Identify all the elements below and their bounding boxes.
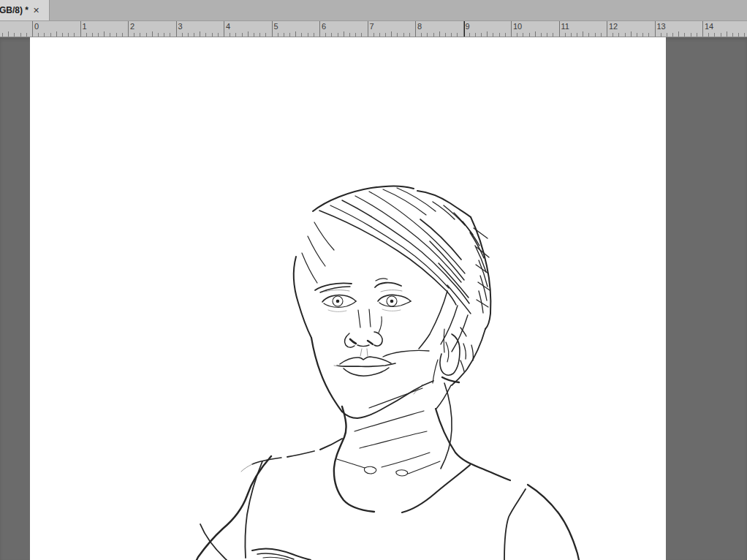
ruler-tick [92, 33, 93, 37]
ruler-number: 11 [561, 22, 569, 31]
ruler-tick [122, 33, 123, 37]
ruler-number: 3 [178, 22, 183, 31]
document-canvas[interactable] [30, 37, 666, 560]
ruler-tick [469, 33, 470, 37]
ruler-tick [559, 21, 560, 37]
ruler-tick [588, 33, 589, 37]
ruler-tick [14, 33, 15, 37]
ruler-tick [205, 33, 206, 37]
ruler-tick [38, 33, 39, 37]
ruler-tick [128, 21, 129, 37]
image-editor-window: GB/8) * ✕ 01234567891011121314 [0, 0, 747, 560]
ruler-tick [62, 33, 63, 37]
ruler-tick [684, 33, 685, 37]
ruler-tick [325, 33, 326, 37]
ruler-tick [451, 33, 452, 37]
ruler-tick [110, 33, 110, 37]
ruler-tick [368, 21, 368, 37]
ruler-number: 7 [370, 22, 374, 31]
ruler-tick [667, 33, 667, 37]
ruler-tick [361, 33, 362, 37]
ruler-tick [409, 33, 410, 37]
ruler[interactable]: 01234567891011121314 [0, 21, 747, 37]
ruler-tick [738, 33, 739, 37]
ruler-tick [289, 33, 290, 37]
ruler-tick [577, 33, 577, 37]
ruler-tick [26, 33, 27, 37]
ruler-tick [457, 33, 458, 37]
ruler-tick [182, 33, 183, 37]
ruler-tick [331, 33, 332, 37]
ruler-tick [158, 33, 159, 37]
ruler-tick [134, 33, 134, 37]
ruler-number: 0 [34, 22, 39, 31]
document-tab[interactable]: GB/8) * ✕ [0, 0, 50, 20]
ruler-number: 9 [466, 22, 470, 31]
ruler-tick [44, 33, 45, 37]
ruler-tick [487, 31, 488, 37]
ruler-tick [32, 21, 33, 37]
sketch-svg [30, 37, 666, 560]
ruler-tick [374, 33, 374, 37]
ruler-tick [379, 33, 380, 37]
ruler-tick [439, 31, 440, 37]
ruler-tick [218, 33, 219, 37]
ruler-tick [254, 33, 254, 37]
ruler-tick [265, 33, 266, 37]
ruler-tick [565, 33, 566, 37]
ruler-tick [535, 31, 536, 37]
ruler-tick [661, 33, 661, 37]
ruler-tick [98, 33, 99, 37]
ruler-tick [295, 31, 296, 37]
ruler-tick [391, 31, 392, 37]
ruler-tick [744, 33, 745, 37]
document-tab-label: GB/8) * [0, 5, 29, 15]
ruler-tick [278, 33, 278, 37]
ruler-number: 1 [83, 22, 87, 31]
ruler-tick [194, 33, 194, 37]
ruler-tick [301, 33, 302, 37]
ruler-tick [8, 31, 9, 37]
ruler-tick [427, 33, 428, 37]
ruler-tick [230, 33, 230, 37]
ruler-tick [355, 33, 356, 37]
ruler-tick [140, 33, 140, 37]
ruler-tick [152, 31, 153, 37]
ruler-tick [678, 31, 679, 37]
ruler-tick [529, 33, 530, 37]
ruler-tick [80, 21, 81, 37]
ruler-tick [732, 33, 733, 37]
ruler-tick [74, 33, 75, 37]
ruler-number: 13 [657, 22, 666, 31]
ruler-tick [648, 33, 649, 37]
ruler-tick [631, 31, 632, 37]
ruler-tick [319, 21, 320, 37]
ruler-tick [212, 33, 213, 37]
ruler-tick [242, 33, 243, 37]
tab-close-icon[interactable]: ✕ [33, 7, 39, 15]
ruler-tick [607, 21, 607, 37]
ruler-tick [727, 31, 727, 37]
ruler-tick [505, 33, 506, 37]
ruler-tick [613, 33, 613, 37]
ruler-tick [421, 33, 422, 37]
ruler-tick [625, 33, 626, 37]
ruler-tick [272, 21, 273, 37]
ruler-tick [595, 33, 596, 37]
ruler-tick [642, 33, 643, 37]
ruler-tick [344, 31, 344, 37]
ruler-number: 6 [322, 22, 326, 31]
ruler-tick [349, 33, 350, 37]
ruler-number: 4 [226, 22, 230, 31]
ruler-tick [553, 33, 553, 37]
ruler-number: 14 [705, 22, 713, 31]
ruler-tick [86, 33, 87, 37]
ruler-tick [235, 33, 236, 37]
ruler-tick [672, 33, 673, 37]
ruler-tick [308, 33, 308, 37]
ruler-tick [176, 21, 177, 37]
ruler-tick [415, 21, 416, 37]
ruler-tick [164, 33, 164, 37]
ruler-tick [691, 33, 691, 37]
ruler-tick [517, 33, 517, 37]
